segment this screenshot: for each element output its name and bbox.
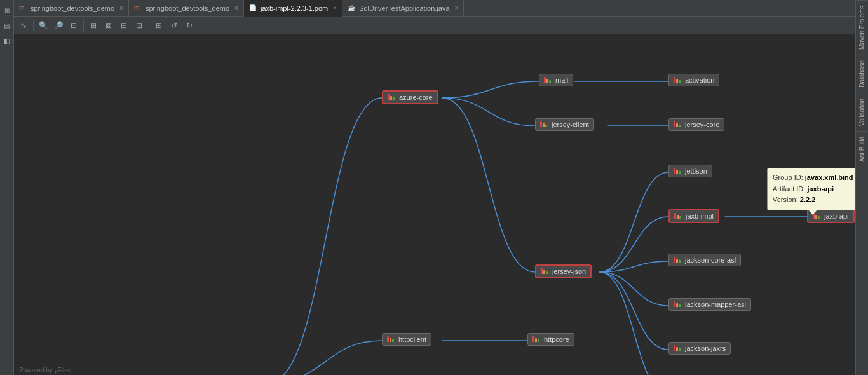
node-icon-jackson-core-asl: [674, 257, 682, 263]
node-label-jackson-mapper-asl: jackson-mapper-asl: [685, 301, 746, 308]
node-jackson-jaxrs[interactable]: jackson-jaxrs: [668, 342, 731, 355]
node-label-mail: mail: [555, 76, 568, 84]
node-httpcore[interactable]: httpcore: [527, 333, 574, 346]
connections-svg: [14, 34, 855, 375]
node-label-activation: activation: [685, 76, 714, 84]
connection-azure-keyvault-httpclient: [269, 341, 382, 375]
graph-canvas[interactable]: Group ID: javax.xml.bind Artifact ID: ja…: [14, 34, 855, 375]
tab-label-2: jaxb-impl-2.2.3-1.pom: [261, 4, 328, 12]
left-sidebar: ⊞ ▤ ◧: [0, 0, 14, 375]
node-icon-httpclient: [387, 336, 396, 343]
tab-bar: mspringboot_devtools_demo×mspringboot_de…: [14, 0, 855, 17]
node-mail[interactable]: mail: [539, 74, 573, 86]
tooltip-group-id-value: javax.xml.bind: [805, 174, 853, 181]
node-label-jackson-core-asl: jackson-core-asl: [685, 256, 736, 264]
right-sidebar: Maven Projects Database Validation Ant B…: [855, 0, 868, 375]
sep3: [149, 20, 149, 31]
tooltip-artifact-id-value: jaxb-api: [807, 185, 834, 193]
grid-button[interactable]: ⊞: [86, 18, 100, 32]
right-tab-maven[interactable]: Maven Projects: [857, 0, 867, 55]
node-icon-jersey-json: [541, 268, 550, 275]
node-icon-jersey-client: [540, 121, 549, 128]
connection-jersey-json-jaxb-impl: [600, 217, 669, 272]
tab-0[interactable]: mspringboot_devtools_demo×: [14, 0, 129, 17]
sidebar-icon-3[interactable]: ◧: [1, 35, 13, 46]
expand-button[interactable]: ⊡: [132, 18, 146, 32]
sep1: [33, 20, 34, 31]
node-azure-core[interactable]: azure-core: [382, 90, 438, 104]
node-label-httpcore: httpcore: [544, 336, 569, 343]
sidebar-icon-1[interactable]: ⊞: [1, 4, 13, 16]
right-tab-ant[interactable]: Ant Build: [857, 131, 867, 167]
node-jersey-core[interactable]: jersey-core: [668, 118, 724, 131]
connection-azure-core-jersey-json: [442, 98, 535, 272]
connection-azure-core-mail: [442, 81, 539, 98]
sidebar-icon-2[interactable]: ▤: [1, 20, 13, 31]
node-label-azure-core: azure-core: [399, 93, 433, 101]
node-label-jettison: jettison: [685, 167, 707, 175]
right-tab-validation[interactable]: Validation: [857, 93, 867, 131]
zoom-in-button[interactable]: 🔍: [36, 18, 50, 32]
tab-2[interactable]: 📄jaxb-impl-2.2.3-1.pom×: [244, 0, 342, 17]
node-activation[interactable]: activation: [668, 74, 719, 86]
tooltip-group-id: Group ID: javax.xml.bind: [773, 172, 853, 184]
layout-button[interactable]: ⊠: [102, 18, 116, 32]
tab-close-2[interactable]: ×: [333, 4, 337, 11]
node-label-jaxb-impl: jaxb-impl: [686, 212, 714, 220]
node-label-httpclient: httpclient: [398, 336, 426, 343]
zoom-reset-button[interactable]: ⊡: [67, 18, 81, 32]
tab-1[interactable]: mspringboot_devtools_demo×: [129, 0, 244, 17]
node-httpclient[interactable]: httpclient: [382, 333, 431, 346]
collapse-button[interactable]: ⊟: [117, 18, 131, 32]
toolbar: ⤡ 🔍 🔎 ⊡ ⊞ ⊠ ⊟ ⊡ ⊞ ↺ ↻: [14, 17, 855, 34]
tab-icon-2: 📄: [249, 5, 258, 11]
tab-close-0[interactable]: ×: [119, 4, 123, 11]
tooltip-box: Group ID: javax.xml.bind Artifact ID: ja…: [767, 168, 855, 210]
tab-icon-3: ☕: [348, 5, 356, 11]
node-icon-jaxb-impl: [674, 213, 683, 219]
fit-button[interactable]: ⤡: [17, 18, 31, 32]
tab-label-0: springboot_devtools_demo: [31, 4, 114, 12]
connection-jersey-json-jackson-mapper-asl: [600, 272, 669, 306]
footer: Powered by yFiles: [14, 365, 76, 375]
tab-icon-1: m: [134, 5, 143, 11]
tooltip-version-label: Version:: [773, 196, 798, 203]
node-jettison[interactable]: jettison: [668, 165, 712, 177]
node-label-jaxb-api: jaxb-api: [824, 212, 849, 220]
tab-label-1: springboot_devtools_demo: [146, 4, 229, 12]
node-label-jersey-json: jersey-json: [552, 268, 586, 275]
zoom-out-button[interactable]: 🔎: [51, 18, 65, 32]
node-jackson-mapper-asl[interactable]: jackson-mapper-asl: [668, 298, 751, 311]
connection-azure-core-jersey-client: [442, 98, 535, 126]
node-icon-jackson-jaxrs: [674, 345, 682, 351]
connection-azure-keyvault-azure-core: [269, 98, 382, 375]
node-jaxb-impl[interactable]: jaxb-impl: [668, 209, 719, 223]
export-button[interactable]: ⊞: [152, 18, 166, 32]
connection-jersey-json-jackson-jaxrs: [600, 272, 669, 350]
node-icon-httpcore: [532, 336, 541, 343]
node-label-jersey-core: jersey-core: [685, 121, 719, 128]
node-label-jackson-jaxrs: jackson-jaxrs: [685, 344, 726, 352]
redo-button[interactable]: ↻: [182, 18, 196, 32]
tab-icon-0: m: [19, 5, 28, 11]
connection-jersey-json-jackson-core-asl: [600, 261, 669, 272]
node-icon-jackson-mapper-asl: [674, 301, 682, 308]
tooltip-arrow: [808, 210, 817, 215]
right-tab-database[interactable]: Database: [857, 55, 867, 93]
node-icon-activation: [674, 77, 682, 83]
tooltip-artifact-id-label: Artifact ID:: [773, 185, 805, 193]
node-jackson-core-asl[interactable]: jackson-core-asl: [668, 254, 741, 266]
tab-close-3[interactable]: ×: [455, 4, 459, 11]
node-icon-mail: [544, 77, 553, 83]
undo-button[interactable]: ↺: [167, 18, 181, 32]
node-jersey-json[interactable]: jersey-json: [535, 264, 592, 278]
sep2: [83, 20, 84, 31]
tooltip-version-value: 2.2.2: [800, 196, 815, 203]
tab-3[interactable]: ☕SqlDriverTestApplication.java×: [342, 0, 464, 17]
node-jersey-client[interactable]: jersey-client: [535, 118, 594, 131]
tab-close-1[interactable]: ×: [234, 4, 238, 11]
node-icon-jersey-core: [674, 121, 682, 128]
connection-jersey-json-jettison: [600, 172, 669, 272]
tooltip-artifact-id: Artifact ID: jaxb-api: [773, 184, 853, 195]
node-icon-azure-core: [388, 94, 397, 100]
